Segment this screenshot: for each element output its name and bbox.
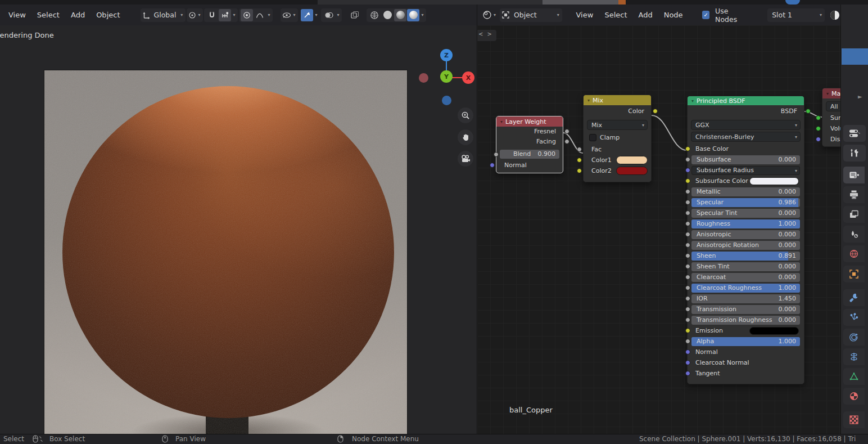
mix-color2-swatch[interactable] xyxy=(616,167,648,175)
socket-color2[interactable] xyxy=(577,168,582,173)
slot-dropdown[interactable]: Slot 1 ▾ xyxy=(767,8,825,22)
target-dropdown[interactable]: All xyxy=(826,101,840,111)
input-socket[interactable] xyxy=(685,210,690,216)
principled-row[interactable]: IOR 1.450 ▾ xyxy=(691,294,800,303)
socket-facing[interactable] xyxy=(564,139,569,144)
socket-displacement[interactable] xyxy=(816,137,821,142)
tab-constraint-properties[interactable] xyxy=(843,348,865,365)
tab-object-properties[interactable] xyxy=(843,266,865,282)
socket-blend[interactable] xyxy=(494,152,499,157)
snap-target-icon[interactable] xyxy=(219,9,231,21)
tab-view-layer-properties[interactable] xyxy=(843,206,865,223)
row-color-swatch[interactable] xyxy=(749,327,799,335)
gizmo-axis-negz[interactable] xyxy=(442,96,451,105)
tab-render-properties[interactable] xyxy=(843,167,865,183)
principled-row[interactable]: Clearcoat Normal ▾ xyxy=(691,358,800,367)
input-socket[interactable] xyxy=(685,328,690,333)
shading-wireframe-icon[interactable] xyxy=(368,9,381,21)
principled-row[interactable]: Anisotropic 0.000 ▾ xyxy=(691,230,800,239)
shading-rendered-icon[interactable] xyxy=(407,9,419,21)
gizmo-axis-negx[interactable] xyxy=(419,73,428,83)
node-header[interactable]: ▾ Principled BSDF xyxy=(688,96,804,105)
menu-add[interactable]: Add xyxy=(633,8,657,21)
menu-view[interactable]: View xyxy=(571,8,599,21)
collapse-triangle-icon[interactable]: ▾ xyxy=(500,119,503,124)
socket-color-out[interactable] xyxy=(653,109,658,114)
socket-surface[interactable] xyxy=(816,115,821,120)
properties-editor-type-button[interactable] xyxy=(843,125,866,142)
input-socket[interactable] xyxy=(685,178,690,183)
clamp-checkbox[interactable] xyxy=(589,134,596,141)
input-socket[interactable] xyxy=(685,168,690,173)
distribution-dropdown[interactable]: GGX ▾ xyxy=(691,120,801,130)
gizmo-axis-y[interactable]: Y xyxy=(440,70,453,83)
input-socket[interactable] xyxy=(685,307,690,312)
menu-node[interactable]: Node xyxy=(659,8,688,21)
socket-fresnel[interactable] xyxy=(564,129,569,134)
tab-modifier-properties[interactable] xyxy=(843,289,865,306)
principled-row[interactable]: Specular Tint 0.000 ▾ xyxy=(691,209,800,218)
principled-row[interactable]: Tangent ▾ xyxy=(691,369,800,378)
row-color-swatch[interactable] xyxy=(749,177,799,185)
menu-object[interactable]: Object xyxy=(91,8,125,21)
use-nodes-checkbox[interactable]: ✓ xyxy=(702,11,709,19)
principled-row[interactable]: Roughness 1.000 ▾ xyxy=(691,219,800,228)
tab-output-properties[interactable] xyxy=(843,186,865,203)
proportional-editing-icon[interactable] xyxy=(241,9,253,21)
menu-select[interactable]: Select xyxy=(599,8,632,21)
node-mix[interactable]: ▾ Mix Color Mix ▾ Clamp Fac xyxy=(583,95,652,182)
node-header[interactable]: ▾ Mix xyxy=(584,95,651,105)
node-canvas[interactable]: < > ▾ Layer Weight Fresnel Facing xyxy=(477,25,840,434)
blend-mode-dropdown[interactable]: Mix ▾ xyxy=(587,120,648,130)
principled-row[interactable]: Specular 0.986 ▾ xyxy=(691,198,800,207)
principled-row[interactable]: Subsurface 0.000 ▾ xyxy=(691,155,800,164)
tab-physics-properties[interactable] xyxy=(843,329,865,346)
tab-world-properties[interactable] xyxy=(843,245,865,262)
mix-color1-swatch[interactable] xyxy=(616,156,648,164)
node-layer-weight[interactable]: ▾ Layer Weight Fresnel Facing Blend 0.90… xyxy=(496,116,563,173)
node-header[interactable]: ▾ Layer Weight xyxy=(496,116,563,127)
transform-orientation-dropdown[interactable]: Global ▾ xyxy=(141,8,186,22)
node-principled-bsdf[interactable]: ▾ Principled BSDF BSDF GGX ▾ Christensen… xyxy=(687,96,804,384)
shader-type-dropdown[interactable]: Object ▾ xyxy=(500,8,562,22)
input-socket[interactable] xyxy=(685,349,690,355)
input-socket[interactable] xyxy=(685,232,690,237)
pivot-point-dropdown[interactable]: ▾ xyxy=(187,8,203,22)
input-socket[interactable] xyxy=(685,339,690,344)
collapse-triangle-icon[interactable]: ▾ xyxy=(826,91,829,96)
input-socket[interactable] xyxy=(685,200,690,205)
socket-normal[interactable] xyxy=(490,163,495,168)
principled-row[interactable]: Subsurface Radius ▾ xyxy=(691,166,800,175)
input-socket[interactable] xyxy=(685,296,690,301)
principled-row[interactable]: Base Color ▾ xyxy=(691,145,800,154)
browse-material-icon[interactable] xyxy=(829,10,840,21)
node-material-output[interactable]: ▾ Material Output All Surface Volume Dis… xyxy=(822,88,840,147)
collapse-triangle-icon[interactable]: ▾ xyxy=(691,98,694,104)
principled-row[interactable]: Sheen Tint 0.000 ▾ xyxy=(691,262,800,271)
input-socket[interactable] xyxy=(685,221,690,226)
tab-texture-properties[interactable] xyxy=(843,411,865,428)
tab-particle-properties[interactable] xyxy=(843,309,865,326)
input-socket[interactable] xyxy=(685,275,690,280)
shading-solid-icon[interactable] xyxy=(381,9,394,21)
principled-row[interactable]: Subsurface Color ▾ xyxy=(691,177,800,186)
principled-row[interactable]: Anisotropic Rotation 0.000 ▾ xyxy=(691,241,800,250)
blend-slider[interactable]: Blend 0.900 xyxy=(500,150,559,159)
xray-toggle-icon[interactable] xyxy=(349,9,361,21)
input-socket[interactable] xyxy=(685,189,690,194)
principled-row[interactable]: Emission ▾ xyxy=(691,326,800,335)
principled-row[interactable]: Transmission Roughness 0.000 ▾ xyxy=(691,316,800,325)
region-collapse-arrow[interactable]: ► xyxy=(858,93,862,100)
socket-color1[interactable] xyxy=(577,158,582,163)
collapse-triangle-icon[interactable]: ▾ xyxy=(587,98,590,103)
principled-row[interactable]: Transmission 0.000 ▾ xyxy=(691,305,800,314)
overlays-icon[interactable] xyxy=(323,9,335,21)
shading-material-icon[interactable] xyxy=(394,9,406,21)
principled-row[interactable]: Clearcoat Roughness 1.000 ▾ xyxy=(691,284,800,293)
node-header[interactable]: ▾ Material Output xyxy=(822,88,840,98)
principled-row[interactable]: Alpha 1.000 ▾ xyxy=(691,337,800,346)
zoom-button[interactable] xyxy=(458,107,473,123)
socket-bsdf-out[interactable] xyxy=(806,109,811,114)
gizmo-axis-z[interactable]: Z xyxy=(440,49,453,61)
visibility-dropdown[interactable]: ▾ xyxy=(281,8,298,22)
